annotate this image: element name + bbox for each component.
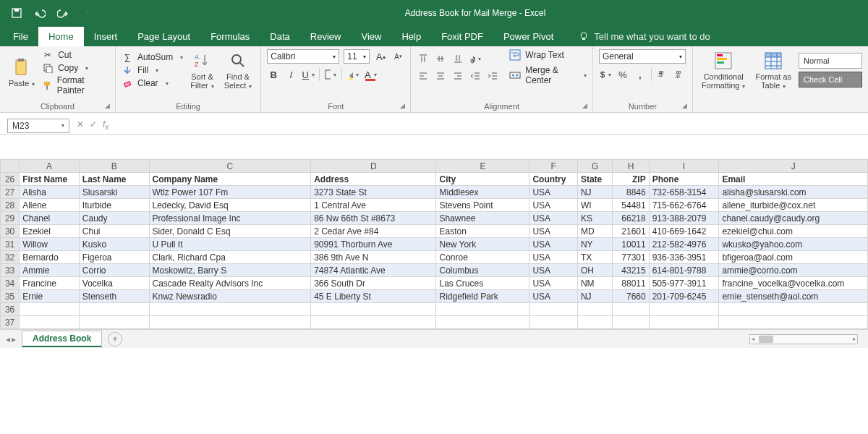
cell[interactable]: USA xyxy=(529,277,577,290)
tab-file[interactable]: File xyxy=(3,27,38,46)
paste-button[interactable]: Paste xyxy=(6,56,38,89)
format-painter-button[interactable]: Format Painter xyxy=(42,75,109,95)
row-header[interactable]: 35 xyxy=(1,290,20,303)
cell[interactable]: Figeroa xyxy=(79,251,149,264)
cell[interactable]: Iturbide xyxy=(79,199,149,212)
select-all-corner[interactable] xyxy=(1,160,20,173)
font-name-select[interactable]: Calibri▾ xyxy=(267,49,339,64)
decrease-font-icon[interactable]: A▾ xyxy=(391,50,404,63)
cell[interactable]: Chanel xyxy=(20,212,80,225)
cell[interactable]: ezekiel@chui.com xyxy=(719,225,868,238)
cell[interactable]: Caudy xyxy=(79,212,149,225)
cell[interactable] xyxy=(20,303,80,316)
font-color-button[interactable]: A xyxy=(364,68,377,81)
cell[interactable] xyxy=(613,316,649,329)
cell[interactable]: 913-388-2079 xyxy=(649,212,719,225)
cell[interactable]: USA xyxy=(529,251,577,264)
cell[interactable]: alisha@slusarski.com xyxy=(719,186,868,199)
cell[interactable] xyxy=(311,316,436,329)
italic-button[interactable]: I xyxy=(284,68,297,81)
cell[interactable]: Easton xyxy=(436,225,529,238)
cell[interactable]: City xyxy=(436,173,529,186)
cell[interactable] xyxy=(649,316,719,329)
align-bottom-icon[interactable] xyxy=(451,52,464,65)
number-format-select[interactable]: General▾ xyxy=(599,49,686,64)
cell[interactable]: 43215 xyxy=(613,264,649,277)
align-right-icon[interactable] xyxy=(451,69,464,82)
comma-format-icon[interactable]: , xyxy=(634,68,647,81)
tab-home[interactable]: Home xyxy=(38,27,84,46)
cell[interactable]: 54481 xyxy=(613,199,649,212)
cell[interactable]: Ezekiel xyxy=(20,225,80,238)
cell[interactable]: Las Cruces xyxy=(436,277,529,290)
cell[interactable]: Address xyxy=(311,173,436,186)
cell[interactable]: Professional Image Inc xyxy=(149,212,311,225)
dialog-launcher-icon[interactable]: ◢ xyxy=(682,102,691,111)
fx-icon[interactable]: fx xyxy=(103,119,109,131)
enter-formula-icon[interactable]: ✓ xyxy=(90,119,97,131)
cell[interactable]: Middlesex xyxy=(436,186,529,199)
cell[interactable]: Shawnee xyxy=(436,212,529,225)
column-header[interactable]: J xyxy=(719,160,868,173)
cell[interactable]: 90991 Thorburn Ave xyxy=(311,238,436,251)
cell[interactable]: allene_iturbide@cox.net xyxy=(719,199,868,212)
cell[interactable] xyxy=(79,303,149,316)
cell[interactable]: TX xyxy=(577,251,612,264)
row-header[interactable]: 36 xyxy=(1,303,20,316)
sheet-prev-icon[interactable]: ◂ xyxy=(6,334,10,344)
cell[interactable] xyxy=(719,316,868,329)
cell[interactable]: USA xyxy=(529,225,577,238)
format-as-table-button[interactable]: Format as Table xyxy=(752,49,794,91)
cell[interactable]: Last Name xyxy=(79,173,149,186)
column-header[interactable]: G xyxy=(577,160,612,173)
tab-help[interactable]: Help xyxy=(391,27,431,46)
cell[interactable]: 614-801-9788 xyxy=(649,264,719,277)
row-header[interactable]: 29 xyxy=(1,212,20,225)
cut-button[interactable]: ✂Cut xyxy=(42,49,109,61)
cell[interactable]: 66218 xyxy=(613,212,649,225)
column-header[interactable]: F xyxy=(529,160,577,173)
qat-customize-icon[interactable] xyxy=(80,7,93,20)
align-left-icon[interactable] xyxy=(417,69,430,82)
cell[interactable]: 715-662-6764 xyxy=(649,199,719,212)
cell[interactable]: NM xyxy=(577,277,612,290)
increase-indent-icon[interactable] xyxy=(486,69,499,82)
borders-button[interactable] xyxy=(324,68,337,81)
cell[interactable]: Clark, Richard Cpa xyxy=(149,251,311,264)
column-header[interactable]: D xyxy=(311,160,436,173)
cell[interactable]: ZIP xyxy=(613,173,649,186)
increase-decimal-icon[interactable]: .0.00 xyxy=(656,68,669,81)
cell[interactable]: Knwz Newsradio xyxy=(149,290,311,303)
tab-data[interactable]: Data xyxy=(260,27,299,46)
wrap-text-button[interactable]: Wrap Text xyxy=(509,49,587,61)
cell[interactable]: bfigeroa@aol.com xyxy=(719,251,868,264)
cell[interactable]: 936-336-3951 xyxy=(649,251,719,264)
cell[interactable] xyxy=(149,316,311,329)
cell[interactable]: KS xyxy=(577,212,612,225)
cell[interactable]: Moskowitz, Barry S xyxy=(149,264,311,277)
cell[interactable]: USA xyxy=(529,199,577,212)
percent-format-icon[interactable]: % xyxy=(616,68,629,81)
row-header[interactable]: 26 xyxy=(1,173,20,186)
cell[interactable]: 74874 Atlantic Ave xyxy=(311,264,436,277)
tab-review[interactable]: Review xyxy=(300,27,352,46)
cell[interactable]: New York xyxy=(436,238,529,251)
tab-view[interactable]: View xyxy=(351,27,391,46)
cell[interactable]: OH xyxy=(577,264,612,277)
cell[interactable]: 201-709-6245 xyxy=(649,290,719,303)
cell[interactable] xyxy=(311,303,436,316)
cell[interactable] xyxy=(529,303,577,316)
cell[interactable]: 7660 xyxy=(613,290,649,303)
cell[interactable]: Phone xyxy=(649,173,719,186)
cell[interactable]: ernie_stenseth@aol.com xyxy=(719,290,868,303)
cell[interactable]: Bernardo xyxy=(20,251,80,264)
cell[interactable]: 45 E Liberty St xyxy=(311,290,436,303)
tab-page-layout[interactable]: Page Layout xyxy=(127,27,200,46)
clear-button[interactable]: Clear xyxy=(122,77,183,89)
cell[interactable] xyxy=(577,316,612,329)
cell[interactable]: Vocelka xyxy=(79,277,149,290)
cell[interactable]: 10011 xyxy=(613,238,649,251)
cell[interactable]: 88011 xyxy=(613,277,649,290)
cell[interactable]: Sider, Donald C Esq xyxy=(149,225,311,238)
cell[interactable]: U Pull It xyxy=(149,238,311,251)
